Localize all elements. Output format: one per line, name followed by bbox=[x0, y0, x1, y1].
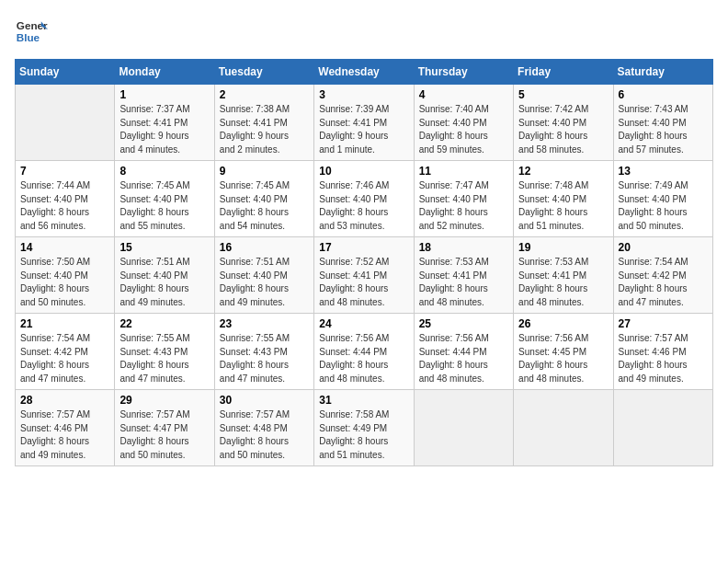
day-info: Sunrise: 7:56 AM Sunset: 4:45 PM Dayligh… bbox=[518, 332, 608, 385]
day-info: Sunrise: 7:40 AM Sunset: 4:40 PM Dayligh… bbox=[419, 103, 508, 156]
day-number: 18 bbox=[419, 241, 508, 254]
day-number: 16 bbox=[220, 241, 309, 254]
day-info: Sunrise: 7:57 AM Sunset: 4:47 PM Dayligh… bbox=[119, 408, 209, 462]
day-info: Sunrise: 7:56 AM Sunset: 4:44 PM Dayligh… bbox=[319, 332, 408, 385]
day-number: 24 bbox=[319, 317, 408, 330]
day-info: Sunrise: 7:55 AM Sunset: 4:43 PM Dayligh… bbox=[220, 332, 309, 385]
day-info: Sunrise: 7:51 AM Sunset: 4:40 PM Dayligh… bbox=[220, 256, 309, 309]
calendar-cell: 16Sunrise: 7:51 AM Sunset: 4:40 PM Dayli… bbox=[214, 237, 313, 314]
calendar-cell: 30Sunrise: 7:57 AM Sunset: 4:48 PM Dayli… bbox=[214, 390, 313, 466]
day-info: Sunrise: 7:57 AM Sunset: 4:46 PM Dayligh… bbox=[619, 332, 708, 385]
calendar-body: 1Sunrise: 7:37 AM Sunset: 4:41 PM Daylig… bbox=[16, 85, 713, 466]
page-header: General Blue bbox=[15, 15, 713, 48]
calendar-cell: 19Sunrise: 7:53 AM Sunset: 4:41 PM Dayli… bbox=[514, 237, 613, 314]
day-info: Sunrise: 7:44 AM Sunset: 4:40 PM Dayligh… bbox=[20, 179, 109, 233]
day-number: 2 bbox=[220, 88, 309, 101]
calendar-table: SundayMondayTuesdayWednesdayThursdayFrid… bbox=[15, 59, 713, 466]
day-info: Sunrise: 7:46 AM Sunset: 4:40 PM Dayligh… bbox=[319, 179, 408, 233]
calendar-cell: 7Sunrise: 7:44 AM Sunset: 4:40 PM Daylig… bbox=[16, 161, 115, 237]
calendar-cell: 14Sunrise: 7:50 AM Sunset: 4:40 PM Dayli… bbox=[16, 237, 115, 314]
calendar-cell: 22Sunrise: 7:55 AM Sunset: 4:43 PM Dayli… bbox=[115, 314, 214, 390]
day-number: 19 bbox=[518, 241, 608, 254]
calendar-cell: 26Sunrise: 7:56 AM Sunset: 4:45 PM Dayli… bbox=[514, 314, 613, 390]
week-row-4: 28Sunrise: 7:57 AM Sunset: 4:46 PM Dayli… bbox=[16, 390, 713, 466]
calendar-cell bbox=[16, 85, 115, 161]
day-number: 5 bbox=[518, 88, 608, 101]
day-info: Sunrise: 7:53 AM Sunset: 4:41 PM Dayligh… bbox=[518, 256, 608, 309]
day-number: 8 bbox=[119, 165, 209, 178]
day-info: Sunrise: 7:54 AM Sunset: 4:42 PM Dayligh… bbox=[20, 332, 109, 385]
day-info: Sunrise: 7:39 AM Sunset: 4:41 PM Dayligh… bbox=[319, 103, 408, 156]
day-number: 12 bbox=[518, 165, 608, 178]
day-number: 11 bbox=[419, 165, 508, 178]
week-row-1: 7Sunrise: 7:44 AM Sunset: 4:40 PM Daylig… bbox=[16, 161, 713, 237]
weekday-saturday: Saturday bbox=[613, 60, 712, 85]
calendar-cell: 10Sunrise: 7:46 AM Sunset: 4:40 PM Dayli… bbox=[314, 161, 414, 237]
day-info: Sunrise: 7:48 AM Sunset: 4:40 PM Dayligh… bbox=[518, 179, 608, 233]
day-info: Sunrise: 7:52 AM Sunset: 4:41 PM Dayligh… bbox=[319, 256, 408, 309]
day-number: 7 bbox=[20, 165, 109, 178]
day-info: Sunrise: 7:43 AM Sunset: 4:40 PM Dayligh… bbox=[619, 103, 708, 156]
day-number: 4 bbox=[419, 88, 508, 101]
calendar-cell: 25Sunrise: 7:56 AM Sunset: 4:44 PM Dayli… bbox=[414, 314, 513, 390]
day-info: Sunrise: 7:50 AM Sunset: 4:40 PM Dayligh… bbox=[20, 256, 109, 309]
day-number: 6 bbox=[619, 88, 708, 101]
day-number: 23 bbox=[220, 317, 309, 330]
calendar-cell: 4Sunrise: 7:40 AM Sunset: 4:40 PM Daylig… bbox=[414, 85, 513, 161]
calendar-cell: 17Sunrise: 7:52 AM Sunset: 4:41 PM Dayli… bbox=[314, 237, 414, 314]
logo: General Blue bbox=[15, 15, 48, 48]
day-number: 29 bbox=[119, 394, 209, 407]
day-number: 30 bbox=[220, 394, 309, 407]
calendar-cell: 9Sunrise: 7:45 AM Sunset: 4:40 PM Daylig… bbox=[214, 161, 313, 237]
day-info: Sunrise: 7:42 AM Sunset: 4:40 PM Dayligh… bbox=[518, 103, 608, 156]
day-info: Sunrise: 7:55 AM Sunset: 4:43 PM Dayligh… bbox=[119, 332, 209, 385]
day-number: 25 bbox=[419, 317, 508, 330]
day-number: 3 bbox=[319, 88, 408, 101]
calendar-cell: 29Sunrise: 7:57 AM Sunset: 4:47 PM Dayli… bbox=[115, 390, 214, 466]
calendar-cell: 18Sunrise: 7:53 AM Sunset: 4:41 PM Dayli… bbox=[414, 237, 513, 314]
day-info: Sunrise: 7:45 AM Sunset: 4:40 PM Dayligh… bbox=[220, 179, 309, 233]
weekday-header-row: SundayMondayTuesdayWednesdayThursdayFrid… bbox=[16, 60, 713, 85]
weekday-thursday: Thursday bbox=[414, 60, 513, 85]
day-number: 27 bbox=[619, 317, 708, 330]
calendar-cell: 21Sunrise: 7:54 AM Sunset: 4:42 PM Dayli… bbox=[16, 314, 115, 390]
calendar-cell bbox=[414, 390, 513, 466]
day-info: Sunrise: 7:45 AM Sunset: 4:40 PM Dayligh… bbox=[119, 179, 209, 233]
calendar-cell: 11Sunrise: 7:47 AM Sunset: 4:40 PM Dayli… bbox=[414, 161, 513, 237]
day-info: Sunrise: 7:54 AM Sunset: 4:42 PM Dayligh… bbox=[619, 256, 708, 309]
calendar-cell: 2Sunrise: 7:38 AM Sunset: 4:41 PM Daylig… bbox=[214, 85, 313, 161]
weekday-sunday: Sunday bbox=[16, 60, 115, 85]
weekday-tuesday: Tuesday bbox=[214, 60, 313, 85]
day-info: Sunrise: 7:38 AM Sunset: 4:41 PM Dayligh… bbox=[220, 103, 309, 156]
week-row-0: 1Sunrise: 7:37 AM Sunset: 4:41 PM Daylig… bbox=[16, 85, 713, 161]
day-number: 17 bbox=[319, 241, 408, 254]
calendar-cell: 8Sunrise: 7:45 AM Sunset: 4:40 PM Daylig… bbox=[115, 161, 214, 237]
weekday-monday: Monday bbox=[115, 60, 214, 85]
calendar-cell: 27Sunrise: 7:57 AM Sunset: 4:46 PM Dayli… bbox=[613, 314, 712, 390]
day-info: Sunrise: 7:49 AM Sunset: 4:40 PM Dayligh… bbox=[619, 179, 708, 233]
day-number: 28 bbox=[20, 394, 109, 407]
calendar-cell: 1Sunrise: 7:37 AM Sunset: 4:41 PM Daylig… bbox=[115, 85, 214, 161]
day-info: Sunrise: 7:37 AM Sunset: 4:41 PM Dayligh… bbox=[119, 103, 209, 156]
calendar-cell: 23Sunrise: 7:55 AM Sunset: 4:43 PM Dayli… bbox=[214, 314, 313, 390]
day-number: 22 bbox=[119, 317, 209, 330]
weekday-wednesday: Wednesday bbox=[314, 60, 414, 85]
day-number: 1 bbox=[119, 88, 209, 101]
day-info: Sunrise: 7:57 AM Sunset: 4:46 PM Dayligh… bbox=[20, 408, 109, 462]
day-number: 14 bbox=[20, 241, 109, 254]
calendar-cell: 5Sunrise: 7:42 AM Sunset: 4:40 PM Daylig… bbox=[514, 85, 613, 161]
day-number: 13 bbox=[619, 165, 708, 178]
day-info: Sunrise: 7:47 AM Sunset: 4:40 PM Dayligh… bbox=[419, 179, 508, 233]
calendar-cell: 13Sunrise: 7:49 AM Sunset: 4:40 PM Dayli… bbox=[613, 161, 712, 237]
calendar-cell bbox=[613, 390, 712, 466]
day-number: 26 bbox=[518, 317, 608, 330]
day-info: Sunrise: 7:53 AM Sunset: 4:41 PM Dayligh… bbox=[419, 256, 508, 309]
calendar-cell: 24Sunrise: 7:56 AM Sunset: 4:44 PM Dayli… bbox=[314, 314, 414, 390]
day-info: Sunrise: 7:56 AM Sunset: 4:44 PM Dayligh… bbox=[419, 332, 508, 385]
calendar-cell: 31Sunrise: 7:58 AM Sunset: 4:49 PM Dayli… bbox=[314, 390, 414, 466]
day-number: 20 bbox=[619, 241, 708, 254]
weekday-friday: Friday bbox=[514, 60, 613, 85]
logo-icon: General Blue bbox=[15, 15, 48, 48]
week-row-2: 14Sunrise: 7:50 AM Sunset: 4:40 PM Dayli… bbox=[16, 237, 713, 314]
calendar-cell: 28Sunrise: 7:57 AM Sunset: 4:46 PM Dayli… bbox=[16, 390, 115, 466]
